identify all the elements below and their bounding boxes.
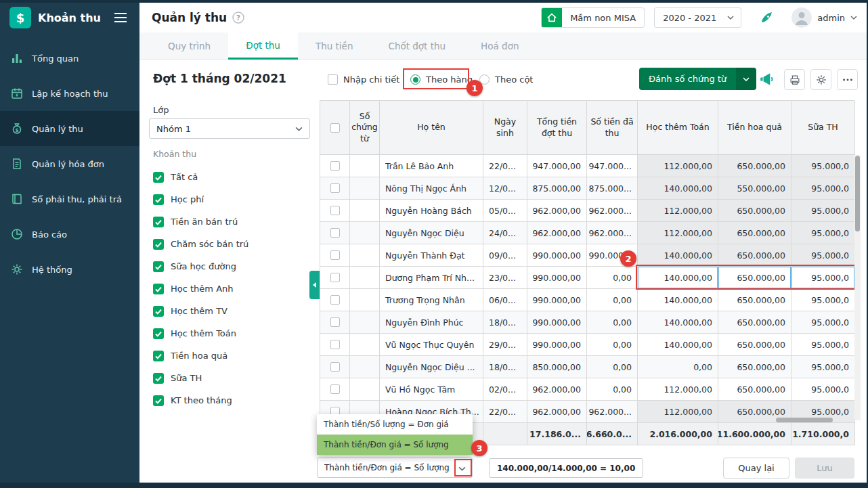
row-checkbox[interactable]: [330, 384, 340, 394]
top-header: Quản lý thu ? Mầm non MISA 2020 - 2021 a…: [139, 3, 868, 32]
paid-amount-cell: 0,00: [587, 378, 638, 401]
fee-math-cell[interactable]: 140.000,00: [638, 267, 718, 289]
tab-3[interactable]: Chốt đợt thu: [370, 32, 463, 60]
horizontal-scrollbar-thumb[interactable]: [776, 418, 833, 422]
formula-option-0[interactable]: Thành tiền/Số lượng = Đơn giá: [317, 414, 473, 435]
dob-cell: 05/0...: [483, 200, 527, 222]
sidebar-item-5[interactable]: Báo cáo: [0, 217, 139, 252]
table-row-3: Nguyễn Ngọc Diệu24/0...962.000,00962.000…: [320, 222, 854, 244]
back-button[interactable]: Quay lại: [723, 458, 789, 479]
tab-1[interactable]: Đợt thu: [228, 32, 298, 60]
total-amount-cell: 990.000,00: [527, 267, 587, 289]
annotation-badge-3: 3: [471, 440, 487, 456]
window-top-edge: [0, 0, 868, 3]
fee-checkbox-5[interactable]: Học thêm Anh: [153, 278, 248, 300]
checkbox-checked-icon: [153, 306, 164, 317]
tab-2[interactable]: Thu tiền: [298, 32, 371, 60]
formula-select[interactable]: Thành tiền/Đơn giá = Số lượng: [317, 458, 473, 478]
avatar[interactable]: [791, 7, 812, 28]
row-checkbox[interactable]: [330, 161, 340, 171]
fee-milk-cell[interactable]: 95.000,0: [791, 267, 855, 289]
column-header-3[interactable]: Tổng tiền đợt thu: [527, 101, 587, 155]
row-checkbox[interactable]: [330, 362, 340, 372]
row-checkbox[interactable]: [330, 228, 340, 238]
column-header-5[interactable]: Học thêm Toán: [638, 101, 718, 155]
help-icon[interactable]: ?: [232, 12, 244, 24]
vertical-scrollbar-thumb[interactable]: [855, 156, 860, 231]
row-checkbox[interactable]: [330, 273, 340, 282]
by-row-label: Theo hàng: [426, 74, 473, 85]
fee-math-cell: 0,00: [638, 356, 718, 378]
fee-checkbox-10[interactable]: KT theo tháng: [153, 389, 248, 412]
fee-fruit-cell[interactable]: 650.000,00: [718, 267, 791, 289]
sidebar-item-2[interactable]: $Quản lý thu: [0, 111, 139, 146]
sidebar-item-4[interactable]: Sổ phải thu, phải trả: [0, 181, 139, 217]
sidebar-item-0[interactable]: Tổng quan: [0, 41, 139, 76]
school-selector[interactable]: Mầm non MISA: [541, 7, 645, 28]
column-header-2[interactable]: Ngày sinh: [483, 101, 527, 155]
row-checkbox[interactable]: [330, 206, 340, 215]
rocket-icon[interactable]: [759, 9, 775, 26]
settings-button[interactable]: [810, 69, 831, 90]
total-amount-cell: 875.000,00: [527, 177, 587, 200]
fee-checkbox-7[interactable]: Học thêm Toán: [153, 322, 248, 345]
save-button[interactable]: Lưu: [795, 458, 854, 479]
sidebar-item-1[interactable]: Lập kế hoạch thu: [0, 76, 139, 111]
more-actions-button[interactable]: [837, 69, 858, 90]
collapse-panel-handle[interactable]: [309, 271, 320, 299]
hamburger-icon[interactable]: [111, 9, 130, 26]
printer-icon: [789, 74, 801, 86]
column-header-7[interactable]: Sữa TH: [791, 101, 855, 155]
fees-section-label: Khoản thu: [153, 149, 196, 159]
fee-checkbox-2[interactable]: Tiền ăn bán trú: [153, 210, 248, 233]
row-checkbox[interactable]: [330, 317, 340, 327]
by-row-radio[interactable]: Theo hàng: [410, 74, 473, 85]
period-title: Đợt 1 tháng 02/2021: [153, 72, 286, 85]
column-header-6[interactable]: Tiền hoa quả: [718, 101, 791, 155]
fee-checkbox-1[interactable]: Học phí: [153, 188, 248, 210]
row-checkbox[interactable]: [330, 183, 340, 193]
paid-amount-cell: 0,00: [587, 334, 638, 356]
fee-checkbox-8[interactable]: Tiền hoa quả: [153, 345, 248, 367]
sidebar-item-6[interactable]: Hệ thống: [0, 252, 139, 287]
student-name-cell: Vũ Ngọc Thục Quyên: [380, 334, 483, 356]
print-button[interactable]: [784, 69, 805, 90]
fee-checkbox-3[interactable]: Chăm sóc bán trú: [153, 233, 248, 255]
row-checkbox[interactable]: [330, 340, 340, 349]
row-checkbox[interactable]: [330, 250, 340, 260]
voucher-no-cell: [350, 222, 380, 244]
formula-option-1[interactable]: Thành tiền/Đơn giá = Số lượng: [317, 435, 473, 455]
column-header-0[interactable]: Số chứng từ: [350, 101, 380, 155]
user-menu[interactable]: admin: [817, 13, 857, 23]
fee-fruit-cell: 650.000,00: [718, 155, 791, 177]
paid-amount-cell: 0,00: [587, 311, 638, 334]
chevron-down-icon: [295, 127, 303, 131]
fee-checkbox-4[interactable]: Sữa học đường: [153, 255, 248, 278]
vertical-scrollbar[interactable]: [854, 155, 861, 420]
fee-checkbox-9[interactable]: Sữa TH: [153, 367, 248, 389]
fee-milk-cell: 95.000,0: [791, 356, 855, 378]
class-select[interactable]: Nhóm 1: [149, 118, 310, 139]
fee-checkbox-0[interactable]: Tất cả: [153, 166, 248, 188]
column-header-4[interactable]: Số tiền đã thu: [587, 101, 638, 155]
dob-cell: 06/0...: [483, 289, 527, 311]
paid-amount-cell: 0,00: [587, 267, 638, 289]
chevron-down-icon[interactable]: [458, 466, 466, 471]
tab-4[interactable]: Hoá đơn: [463, 32, 536, 60]
detail-entry-checkbox[interactable]: Nhập chi tiết: [328, 74, 399, 85]
chevron-down-icon[interactable]: [736, 68, 756, 90]
fee-checkbox-6[interactable]: Học thêm TV: [153, 300, 248, 322]
assign-voucher-number-button[interactable]: Đánh số chứng từ: [639, 68, 756, 90]
tab-0[interactable]: Quy trình: [150, 32, 228, 60]
megaphone-icon[interactable]: [758, 70, 776, 88]
fee-label: Sữa TH: [171, 373, 202, 383]
select-all-checkbox[interactable]: [330, 123, 340, 133]
app-logo-icon: $: [9, 7, 31, 28]
row-checkbox[interactable]: [330, 295, 340, 305]
fee-math-cell: 112.000,00: [638, 378, 718, 401]
by-column-radio[interactable]: Theo cột: [479, 74, 533, 85]
column-header-1[interactable]: Họ tên: [380, 101, 483, 155]
sidebar-item-3[interactable]: Quản lý hóa đơn: [0, 146, 139, 181]
school-year-select[interactable]: 2020 - 2021: [654, 7, 741, 28]
fee-label: Tiền hoa quả: [171, 351, 227, 361]
